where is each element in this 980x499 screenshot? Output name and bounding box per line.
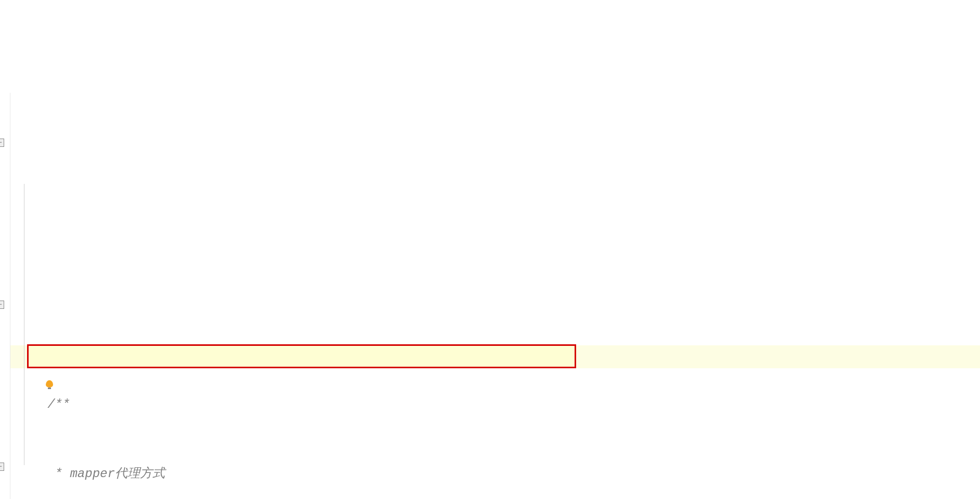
code-area[interactable]: /** * mapper代理方式 */ public void test2() … xyxy=(10,347,980,499)
fold-marker-icon[interactable]: − xyxy=(0,463,4,471)
javadoc-start: /** xyxy=(47,397,70,411)
javadoc-body: * mapper代理方式 xyxy=(47,467,165,481)
gutter: − − − xyxy=(0,93,10,499)
code-line[interactable]: * mapper代理方式 xyxy=(25,463,980,485)
fold-marker-icon[interactable]: − xyxy=(0,301,4,309)
fold-marker-icon[interactable]: − xyxy=(0,139,4,147)
indent-guide xyxy=(24,184,24,465)
code-editor[interactable]: − − − /** * mapper代理方式 */ public void te… xyxy=(0,93,980,499)
red-annotation-box xyxy=(27,344,576,368)
intention-bulb-icon[interactable] xyxy=(16,350,25,359)
code-line[interactable]: /** xyxy=(25,393,980,416)
